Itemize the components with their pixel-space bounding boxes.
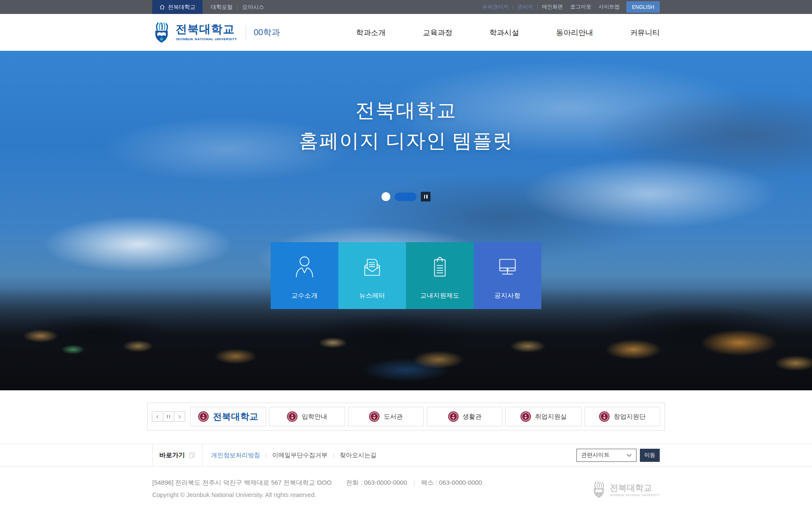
banner-next-button[interactable] — [174, 411, 185, 422]
topbar-sitemap-link[interactable]: 사이트맵 — [598, 3, 620, 11]
banner-career-center[interactable]: 취업지원실 — [505, 407, 581, 426]
directions-link[interactable]: 찾아오시는길 — [340, 451, 376, 459]
privacy-policy-link[interactable]: 개인정보처리방침 — [211, 451, 260, 459]
banner-startup-center[interactable]: 창업지원단 — [584, 407, 660, 426]
quick-link-cards: 교수소개 뉴스레터 교내지원제도 — [271, 242, 541, 309]
carousel-pause-button[interactable] — [421, 192, 431, 202]
topbar-mainscreen-link[interactable]: 메인화면 — [542, 3, 563, 11]
copy-pages-icon — [189, 452, 195, 458]
university-seal-icon — [520, 411, 531, 422]
card-label: 교내지원제도 — [406, 292, 474, 300]
go-button[interactable]: 이동 — [640, 449, 660, 462]
banner-carousel-box: 전북대학교 입학안내 도서관 생활관 취업지원실 창업지원단 — [147, 403, 665, 431]
email-refusal-link[interactable]: 이메일무단수집거부 — [272, 451, 328, 459]
topbar-oasis-link[interactable]: 오아시스 — [242, 3, 264, 11]
university-logo[interactable]: 전북대학교 JEONBUK NATIONAL UNIVERSITY 00학과 — [152, 22, 280, 43]
topbar-admin-link[interactable]: 관리자 — [517, 3, 533, 11]
topbar-home-link[interactable]: 전북대학교 — [152, 0, 203, 14]
banner-prev-button[interactable] — [152, 411, 163, 422]
university-emblem-icon — [152, 22, 171, 43]
related-banner-section: 전북대학교 입학안내 도서관 생활관 취업지원실 창업지원단 — [0, 390, 812, 431]
footer-logo: 전북대학교 JEONBUK NATIONAL UNIVERSITY — [591, 481, 660, 498]
university-emblem-icon — [591, 481, 606, 498]
logo-divider — [246, 25, 246, 40]
nav-item-clubs[interactable]: 동아리안내 — [556, 28, 593, 38]
carousel-indicators — [0, 192, 812, 202]
footer-quicklinks-bar: 바로가기 개인정보처리방침 | 이메일무단수집거부 | 찾아오시는길 관련사이트… — [0, 444, 812, 467]
link-separator: | — [266, 453, 267, 458]
hero-title-line1: 전북대학교 — [0, 95, 812, 126]
support-clipboard-icon — [427, 254, 453, 280]
footer: [54896] 전라북도 전주시 덕진구 백제대로 567 전북대학교 OOO … — [0, 467, 812, 508]
nav-item-curriculum[interactable]: 교육과정 — [423, 28, 453, 38]
logo-subtitle: JEONBUK NATIONAL UNIVERSITY — [176, 37, 237, 41]
card-label: 뉴스레터 — [338, 292, 406, 300]
header: 전북대학교 JEONBUK NATIONAL UNIVERSITY 00학과 학… — [0, 14, 812, 51]
banner-carousel-controls — [152, 411, 185, 422]
banner-admissions[interactable]: 입학안내 — [269, 407, 345, 426]
footer-divider — [414, 480, 414, 486]
university-seal-icon — [287, 411, 298, 422]
banner-items: 전북대학교 입학안내 도서관 생활관 취업지원실 창업지원단 — [190, 407, 660, 426]
topbar-logout-link[interactable]: 로그아웃 — [570, 3, 591, 11]
footer-logo-title: 전북대학교 — [610, 483, 660, 492]
carousel-dot-active[interactable] — [395, 193, 417, 201]
card-label: 공지사항 — [474, 292, 541, 300]
chevron-left-icon — [156, 415, 159, 419]
topbar-portal-link[interactable]: 대학포털 — [211, 3, 233, 11]
related-sites-selected-value: 관련사이트 — [581, 451, 610, 459]
university-seal-icon — [369, 411, 380, 422]
pause-icon — [167, 415, 170, 418]
english-button[interactable]: ENGLISH — [626, 1, 660, 13]
footer-fax: 팩스 : 063-0000-0000 — [421, 479, 482, 487]
university-seal-icon — [198, 411, 209, 422]
quicklinks-title: 바로가기 — [159, 451, 185, 459]
nav-item-facilities[interactable]: 학과시설 — [489, 28, 519, 38]
logo-title: 전북대학교 — [176, 24, 237, 35]
hero-banner: 전북대학교 홈페이지 디자인 템플릿 교수소개 뉴스레터 — [0, 51, 812, 390]
card-professor-intro[interactable]: 교수소개 — [271, 242, 338, 309]
card-label: 교수소개 — [271, 292, 338, 300]
newsletter-envelope-icon — [359, 254, 385, 280]
footer-logo-subtitle: JEONBUK NATIONAL UNIVERSITY — [610, 494, 660, 497]
banner-library[interactable]: 도서관 — [348, 407, 424, 426]
related-sites-group: 관련사이트 이동 — [576, 449, 660, 462]
nav-item-community[interactable]: 커뮤니티 — [630, 28, 660, 38]
quicklinks-title-cell: 바로가기 — [152, 444, 203, 466]
card-newsletter[interactable]: 뉴스레터 — [338, 242, 406, 309]
chevron-down-icon — [627, 454, 632, 457]
hero-title-line2: 홈페이지 디자인 템플릿 — [0, 126, 812, 156]
banner-pause-button[interactable] — [163, 411, 174, 422]
chevron-right-icon — [178, 415, 181, 419]
policy-links: 개인정보처리방침 | 이메일무단수집거부 | 찾아오시는길 — [203, 451, 376, 459]
footer-address-row: [54896] 전라북도 전주시 덕진구 백제대로 567 전북대학교 OOO … — [152, 479, 660, 487]
notice-monitor-icon — [494, 254, 521, 280]
related-sites-select[interactable]: 관련사이트 — [576, 449, 636, 462]
topbar-left-links: 전북대학교 대학포털 | 오아시스 — [152, 0, 264, 14]
topbar-home-label: 전북대학교 — [168, 3, 195, 11]
home-icon — [159, 4, 165, 10]
nav-item-department-intro[interactable]: 학과소개 — [356, 28, 386, 38]
card-notices[interactable]: 공지사항 — [474, 242, 541, 309]
hero-title: 전북대학교 홈페이지 디자인 템플릿 — [0, 95, 812, 156]
topbar: 전북대학교 대학포털 | 오아시스 슈퍼관리자 | 관리자 | 메인화면 로그아… — [0, 0, 812, 14]
footer-address: [54896] 전라북도 전주시 덕진구 백제대로 567 전북대학교 OOO — [152, 479, 332, 487]
university-seal-icon — [599, 411, 610, 422]
link-separator: | — [333, 453, 334, 458]
banner-jbnu[interactable]: 전북대학교 — [190, 407, 266, 426]
card-campus-support[interactable]: 교내지원제도 — [406, 242, 474, 309]
topbar-separator: | — [537, 5, 538, 9]
topbar-right-links: 슈퍼관리자 | 관리자 | 메인화면 로그아웃 사이트맵 ENGLISH — [482, 0, 660, 14]
professor-person-icon — [291, 254, 318, 280]
topbar-separator: | — [237, 5, 238, 9]
department-label: 00학과 — [254, 27, 280, 38]
topbar-separator: | — [513, 5, 514, 9]
main-nav: 학과소개 교육과정 학과시설 동아리안내 커뮤니티 — [356, 28, 660, 38]
footer-phone: 전화 : 063-0000-0000 — [346, 479, 407, 487]
banner-dormitory[interactable]: 생활관 — [427, 407, 502, 426]
carousel-dot-inactive[interactable] — [381, 192, 390, 201]
pause-icon — [424, 195, 425, 199]
university-seal-icon — [448, 411, 459, 422]
topbar-superadmin-link[interactable]: 슈퍼관리자 — [482, 3, 509, 11]
footer-copyright: Copyright © Jeonbuk National University.… — [152, 491, 660, 498]
